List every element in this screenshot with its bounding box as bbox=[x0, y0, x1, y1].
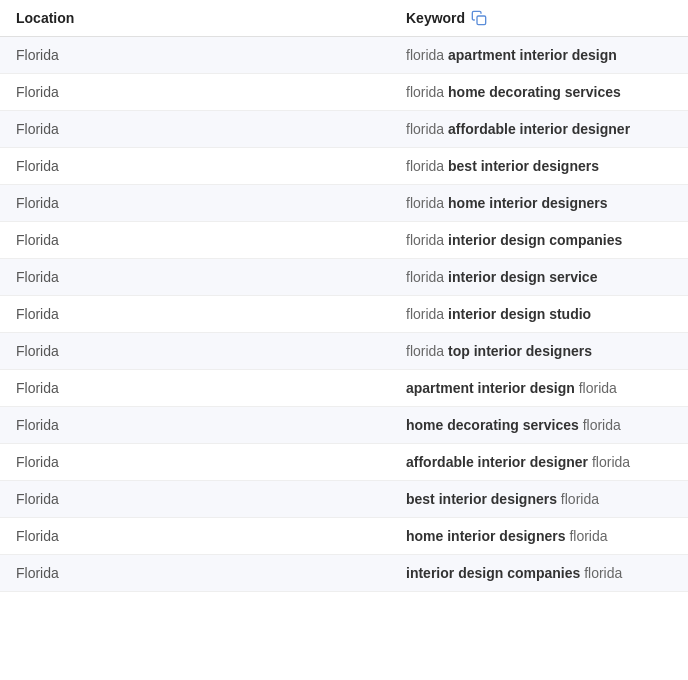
keyword-word: florida bbox=[569, 528, 607, 544]
keyword-word: home bbox=[406, 417, 443, 433]
keyword-word: home bbox=[448, 195, 485, 211]
keyword-word: design bbox=[572, 47, 617, 63]
location-cell: Florida bbox=[16, 417, 406, 433]
keyword-word: interior bbox=[478, 454, 526, 470]
table-row: Floridaaffordable interior designer flor… bbox=[0, 444, 688, 481]
keyword-word: florida bbox=[406, 158, 444, 174]
keyword-word: services bbox=[565, 84, 621, 100]
keyword-word: interior bbox=[520, 121, 568, 137]
table-row: Floridaflorida interior design companies bbox=[0, 222, 688, 259]
keyword-word: interior bbox=[489, 195, 537, 211]
keyword-word: florida bbox=[406, 47, 444, 63]
keyword-word: home bbox=[406, 528, 443, 544]
keyword-cell: florida interior design service bbox=[406, 269, 672, 285]
location-column-header: Location bbox=[16, 10, 406, 26]
table-row: Floridaflorida home interior designers bbox=[0, 185, 688, 222]
table-row: Floridaflorida affordable interior desig… bbox=[0, 111, 688, 148]
keyword-cell: florida home interior designers bbox=[406, 195, 672, 211]
location-cell: Florida bbox=[16, 158, 406, 174]
keyword-word: apartment bbox=[448, 47, 516, 63]
keyword-word: florida bbox=[406, 343, 444, 359]
table-row: Floridaflorida home decorating services bbox=[0, 74, 688, 111]
keyword-word: florida bbox=[561, 491, 599, 507]
keyword-word: affordable bbox=[406, 454, 474, 470]
keyword-word: interior bbox=[520, 47, 568, 63]
keyword-cell: florida apartment interior design bbox=[406, 47, 672, 63]
keyword-word: designer bbox=[530, 454, 588, 470]
keyword-word: designers bbox=[499, 528, 565, 544]
location-cell: Florida bbox=[16, 232, 406, 248]
table-row: Floridaflorida interior design studio bbox=[0, 296, 688, 333]
keyword-word: design bbox=[458, 565, 503, 581]
keyword-word: interior bbox=[439, 491, 487, 507]
table-row: Floridaflorida interior design service bbox=[0, 259, 688, 296]
keyword-cell: affordable interior designer florida bbox=[406, 454, 672, 470]
table-row: Floridaapartment interior design florida bbox=[0, 370, 688, 407]
keyword-word: florida bbox=[406, 306, 444, 322]
location-cell: Florida bbox=[16, 565, 406, 581]
keyword-word: florida bbox=[406, 195, 444, 211]
table-row: Floridainterior design companies florida bbox=[0, 555, 688, 592]
copy-keywords-icon[interactable] bbox=[471, 10, 487, 26]
keyword-word: apartment bbox=[406, 380, 474, 396]
keyword-cell: best interior designers florida bbox=[406, 491, 672, 507]
keyword-cell: florida best interior designers bbox=[406, 158, 672, 174]
svg-rect-0 bbox=[477, 16, 486, 25]
location-cell: Florida bbox=[16, 454, 406, 470]
location-cell: Florida bbox=[16, 195, 406, 211]
keyword-word: best bbox=[406, 491, 435, 507]
keyword-word: service bbox=[549, 269, 597, 285]
table-body: Floridaflorida apartment interior design… bbox=[0, 37, 688, 592]
location-cell: Florida bbox=[16, 380, 406, 396]
keyword-word: designers bbox=[541, 195, 607, 211]
location-cell: Florida bbox=[16, 269, 406, 285]
keyword-word: decorating bbox=[447, 417, 519, 433]
keyword-word: designers bbox=[491, 491, 557, 507]
location-cell: Florida bbox=[16, 84, 406, 100]
keyword-word: florida bbox=[406, 121, 444, 137]
keyword-word: design bbox=[500, 269, 545, 285]
table-row: Floridabest interior designers florida bbox=[0, 481, 688, 518]
keyword-word: design bbox=[500, 306, 545, 322]
keyword-cell: florida interior design companies bbox=[406, 232, 672, 248]
keyword-word: interior bbox=[447, 528, 495, 544]
keyword-word: designers bbox=[526, 343, 592, 359]
keyword-word: interior bbox=[406, 565, 454, 581]
keyword-cell: florida home decorating services bbox=[406, 84, 672, 100]
keyword-cell: florida top interior designers bbox=[406, 343, 672, 359]
table-row: Floridahome interior designers florida bbox=[0, 518, 688, 555]
keyword-word: interior bbox=[474, 343, 522, 359]
location-cell: Florida bbox=[16, 491, 406, 507]
keyword-word: top bbox=[448, 343, 470, 359]
keyword-cell: apartment interior design florida bbox=[406, 380, 672, 396]
keyword-word: companies bbox=[549, 232, 622, 248]
keyword-word: florida bbox=[583, 417, 621, 433]
keyword-word: companies bbox=[507, 565, 580, 581]
keyword-word: design bbox=[530, 380, 575, 396]
keyword-word: florida bbox=[579, 380, 617, 396]
keyword-word: designer bbox=[572, 121, 630, 137]
table-row: Floridaflorida top interior designers bbox=[0, 333, 688, 370]
location-cell: Florida bbox=[16, 121, 406, 137]
keyword-word: florida bbox=[584, 565, 622, 581]
keyword-cell: florida interior design studio bbox=[406, 306, 672, 322]
keyword-word: decorating bbox=[489, 84, 561, 100]
location-cell: Florida bbox=[16, 47, 406, 63]
keyword-word: florida bbox=[406, 84, 444, 100]
keyword-word: florida bbox=[406, 269, 444, 285]
location-cell: Florida bbox=[16, 528, 406, 544]
keyword-cell: home interior designers florida bbox=[406, 528, 672, 544]
keyword-word: interior bbox=[478, 380, 526, 396]
table-header: Location Keyword bbox=[0, 0, 688, 37]
keyword-word: home bbox=[448, 84, 485, 100]
keyword-word: interior bbox=[448, 306, 496, 322]
keyword-column-header: Keyword bbox=[406, 10, 672, 26]
keyword-word: design bbox=[500, 232, 545, 248]
keyword-word: florida bbox=[592, 454, 630, 470]
keyword-cell: home decorating services florida bbox=[406, 417, 672, 433]
keyword-word: interior bbox=[448, 232, 496, 248]
table-row: Floridaflorida best interior designers bbox=[0, 148, 688, 185]
keyword-word: florida bbox=[406, 232, 444, 248]
location-cell: Florida bbox=[16, 306, 406, 322]
keyword-cell: florida affordable interior designer bbox=[406, 121, 672, 137]
